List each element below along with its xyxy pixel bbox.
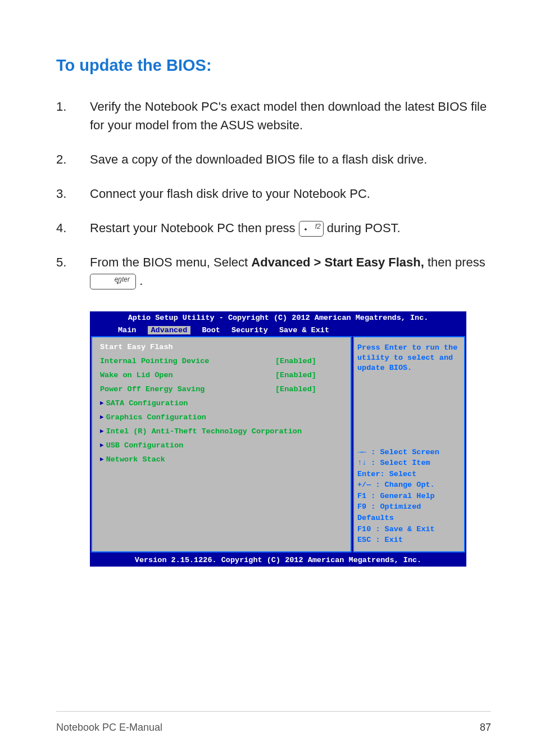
bios-key-hint: Enter: Select <box>357 469 461 480</box>
step-number: 4. <box>56 219 90 237</box>
bios-key-hint: F10 : Save & Exit <box>357 524 461 535</box>
bios-key-hint: ESC : Exit <box>357 535 461 546</box>
step-text-bold: Advanced > Start Easy Flash, <box>251 255 424 269</box>
bios-tab-save-exit: Save & Exit <box>279 326 329 334</box>
bios-key-hint: F9 : Optimized Defaults <box>357 501 461 523</box>
step-text: Connect your flash disk drive to your No… <box>90 184 491 203</box>
step-number: 2. <box>56 150 90 169</box>
footer-title: Notebook PC E-Manual <box>56 722 162 734</box>
bios-item-label: Internal Pointing Device <box>100 357 275 365</box>
step-text-mid: then press <box>428 255 485 269</box>
page-number: 87 <box>480 722 491 734</box>
step-text: Save a copy of the downloaded BIOS file … <box>90 150 491 169</box>
bios-key-hint: ↑↓ : Select Item <box>357 458 461 469</box>
bios-submenu: SATA Configuration <box>106 399 343 408</box>
step-text: Restart your Notebook PC then press f2 d… <box>90 219 491 237</box>
bios-tab-advanced: Advanced <box>148 326 191 334</box>
bios-right-panel: Press Enter to run the utility to select… <box>353 336 465 553</box>
bios-item-value: [Enabled] <box>275 371 343 379</box>
step-text-post: . <box>139 274 143 288</box>
step-number: 1. <box>56 97 90 134</box>
step-number: 3. <box>56 184 90 203</box>
bios-tabs: Main Advanced Boot Security Save & Exit <box>90 324 466 336</box>
bios-screenshot: Aptio Setup Utility - Copyright (C) 2012… <box>90 311 466 567</box>
key-label: enter <box>115 274 130 284</box>
bios-key-hint: F1 : General Help <box>357 491 461 502</box>
bios-submenu: Intel (R) Anti-Theft Technology Corporat… <box>106 427 343 436</box>
bios-footer: Version 2.15.1226. Copyright (C) 2012 Am… <box>90 554 466 567</box>
step-text-pre: From the BIOS menu, Select <box>90 255 251 269</box>
step-text-post: during POST. <box>327 221 401 235</box>
bios-tab-boot: Boot <box>202 326 220 334</box>
key-label: f2 <box>315 221 321 232</box>
bios-tab-main: Main <box>118 326 136 334</box>
step-number: 5. <box>56 253 90 290</box>
bios-key-hint: +/— : Change Opt. <box>357 479 461 491</box>
bios-left-panel: Start Easy Flash Internal Pointing Devic… <box>91 336 352 553</box>
f2-key-icon: f2 <box>299 221 324 237</box>
bios-header: Aptio Setup Utility - Copyright (C) 2012… <box>90 311 466 324</box>
bios-submenu: USB Configuration <box>106 441 343 450</box>
bios-tab-security: Security <box>231 326 268 334</box>
section-heading: To update the BIOS: <box>56 56 491 75</box>
bios-item-label: Power Off Energy Saving <box>100 385 275 393</box>
bios-item-value: [Enabled] <box>275 385 343 393</box>
bios-item-label: Wake on Lid Open <box>100 371 275 379</box>
step-text: Verify the Notebook PC's exact model the… <box>90 97 491 134</box>
step-text-pre: Restart your Notebook PC then press <box>90 221 299 235</box>
bios-item-value: [Enabled] <box>275 357 343 365</box>
bios-item-start-easy-flash: Start Easy Flash <box>100 343 343 351</box>
step-text: From the BIOS menu, Select Advanced > St… <box>90 253 491 290</box>
bios-submenu: Network Stack <box>106 455 343 464</box>
bios-submenu: Graphics Configuration <box>106 413 343 422</box>
enter-key-icon: enter <box>90 274 136 289</box>
bios-key-hints: →← : Select Screen ↑↓ : Select Item Ente… <box>357 447 461 546</box>
bios-key-hint: →← : Select Screen <box>357 447 461 458</box>
bios-help-text: Press Enter to run the utility to select… <box>357 343 461 374</box>
